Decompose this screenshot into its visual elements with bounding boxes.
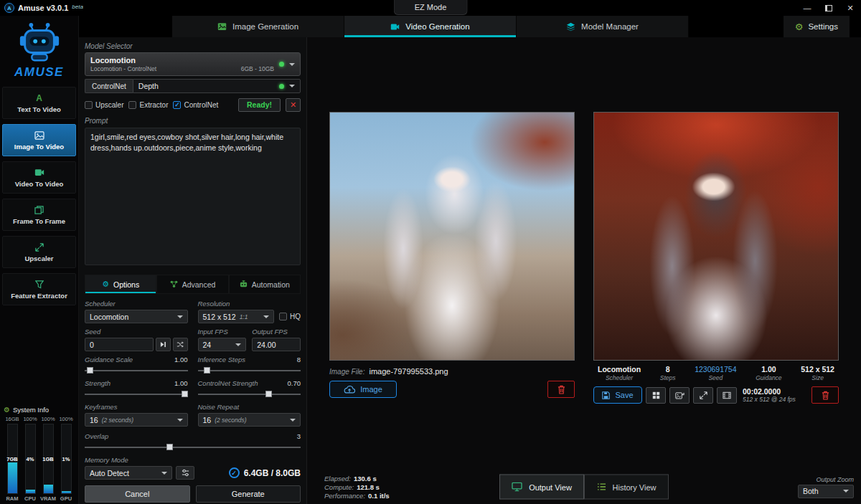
keyframes-dropdown[interactable]: 16 (2 seconds) <box>85 413 188 427</box>
sidebar-item-video-to-video[interactable]: Video To Video <box>2 161 76 194</box>
guidance-scale-slider[interactable] <box>85 366 188 375</box>
model-status-dot <box>279 62 284 67</box>
generation-info-row: Locomotion Scheduler 8 Steps 1230691754 … <box>593 365 839 381</box>
strength-slider[interactable] <box>85 389 188 399</box>
cancel-button[interactable]: Cancel <box>85 485 190 503</box>
image-file-label: Image File: <box>329 368 364 376</box>
controlnet-label: ControlNet <box>85 79 133 93</box>
extractor-checkbox[interactable]: Extractor <box>128 101 168 109</box>
output-zoom-dropdown[interactable]: Both <box>798 485 854 498</box>
unload-model-button[interactable]: ✕ <box>286 98 301 112</box>
seed-input[interactable]: 0 <box>85 338 154 351</box>
settings-button[interactable]: ⚙ Settings <box>784 16 850 37</box>
inference-steps-slider[interactable] <box>198 366 301 375</box>
memory-mode-dropdown[interactable]: Auto Detect <box>85 466 172 480</box>
sidebar: AMUSE A Text To Video Image To Video <box>0 16 79 504</box>
resize-button[interactable] <box>693 387 713 404</box>
slider-handle[interactable] <box>87 367 93 374</box>
ez-mode-button[interactable]: EZ Mode <box>394 0 468 15</box>
chevron-down-icon <box>263 315 269 318</box>
controlnet-strength-slider[interactable] <box>198 389 301 399</box>
gear-icon: ⚙ <box>4 406 10 414</box>
guidance-scale-label: Guidance Scale <box>85 356 133 363</box>
overlap-slider[interactable] <box>85 442 301 452</box>
seed-increment-button[interactable] <box>156 338 171 351</box>
history-view-button[interactable]: History View <box>584 475 669 500</box>
system-info: ⚙ System Info 16GB 7GB RAM 100% 4% CPU <box>0 403 78 504</box>
ready-status-button[interactable]: Ready! <box>238 98 281 112</box>
controlnet-status-dot <box>279 84 284 89</box>
main-tabbar: Image Generation Video Generation Model … <box>79 16 861 37</box>
info-steps: 8 Steps <box>660 365 676 381</box>
amuse-logo: AMUSE <box>0 16 78 80</box>
slider-handle[interactable] <box>204 367 210 374</box>
tab-options[interactable]: ⚙ Options <box>85 275 156 294</box>
resolution-label: Resolution <box>198 300 230 308</box>
select-image-button[interactable]: Image <box>329 381 397 398</box>
controlnet-checkbox[interactable]: ✓ ControlNet <box>173 101 218 109</box>
sidebar-item-text-to-video[interactable]: A Text To Video <box>2 87 76 119</box>
minimize-button[interactable]: — <box>796 0 818 16</box>
tab-video-generation[interactable]: Video Generation <box>344 16 517 37</box>
seed-label: Seed <box>85 328 100 336</box>
app-logo-icon: A <box>4 3 14 13</box>
input-fps-dropdown[interactable]: 24 <box>198 338 247 351</box>
model-selector-dropdown[interactable]: Locomotion Locomotion - ControlNet 6GB -… <box>85 52 301 76</box>
prompt-label: Prompt <box>85 117 301 125</box>
frames-export-button[interactable] <box>717 387 737 404</box>
scheduler-dropdown[interactable]: Locomotion <box>85 310 188 323</box>
prompt-input[interactable]: 1girl,smile,red eyes,cowboy shot,silver … <box>85 128 301 265</box>
save-button[interactable]: Save <box>593 386 642 404</box>
sidebar-item-upscaler[interactable]: Upscaler <box>2 236 76 268</box>
maximize-button[interactable] <box>818 0 839 16</box>
output-fps-input[interactable]: 24.00 <box>252 338 301 351</box>
sidebar-nav: A Text To Video Image To Video Video To … <box>0 87 78 305</box>
slider-handle[interactable] <box>265 391 272 397</box>
sidebar-item-feature-extractor[interactable]: Feature Extractor <box>2 273 76 305</box>
noise-repeat-dropdown[interactable]: 16 (2 seconds) <box>198 413 301 427</box>
statusbar: Elapsed:130.6 s Compute:121.8 s Performa… <box>307 470 861 504</box>
controlnet-strength-value: 0.70 <box>288 379 301 387</box>
memory-settings-button[interactable] <box>176 466 194 480</box>
image-file-name: image-797995533.png <box>369 367 448 376</box>
tab-image-generation[interactable]: Image Generation <box>172 16 344 37</box>
sidebar-item-frame-to-frame[interactable]: Frame To Frame <box>2 199 76 231</box>
titlebar: A Amuse v3.0.1 beta EZ Mode — ✕ <box>0 0 861 16</box>
export-image-button[interactable] <box>669 387 690 404</box>
delete-input-button[interactable] <box>547 381 575 398</box>
controlnet-type-dropdown[interactable]: Depth <box>133 79 301 93</box>
resolution-dropdown[interactable]: 512 x 512 1:1 <box>198 310 275 323</box>
film-icon <box>723 391 731 399</box>
logo-wordmark: AMUSE <box>14 65 64 80</box>
close-button[interactable]: ✕ <box>839 0 861 16</box>
upscaler-checkbox[interactable]: Upscaler <box>85 101 123 109</box>
generation-control-panel: Model Selector Locomotion Locomotion - C… <box>79 37 307 504</box>
info-scheduler: Locomotion Scheduler <box>598 365 641 381</box>
scheduler-label: Scheduler <box>85 300 116 308</box>
grid-view-button[interactable] <box>646 387 666 404</box>
generate-button[interactable]: Generate <box>196 485 301 503</box>
seed-random-button[interactable] <box>173 338 188 351</box>
chevron-down-icon <box>289 85 295 87</box>
shuffle-icon <box>177 341 184 348</box>
output-view-button[interactable]: Output View <box>499 475 584 500</box>
output-zoom-control: Output Zoom Both <box>798 476 854 498</box>
tab-automation[interactable]: Automation <box>229 275 301 294</box>
model-selector-label: Model Selector <box>85 42 301 50</box>
keyframes-label: Keyframes <box>85 403 117 411</box>
image-export-icon <box>675 391 684 399</box>
tab-advanced[interactable]: Advanced <box>156 275 228 294</box>
slider-handle[interactable] <box>182 391 188 397</box>
slider-handle[interactable] <box>166 444 173 450</box>
input-image-card: Image File: image-797995533.png Image <box>329 112 575 470</box>
delete-output-button[interactable] <box>811 386 839 404</box>
chevron-down-icon <box>290 419 296 422</box>
hq-checkbox[interactable]: HQ <box>279 313 301 320</box>
skip-icon <box>160 341 166 348</box>
model-manager-icon <box>566 22 575 32</box>
view-switcher: Output View History View <box>499 475 669 500</box>
input-fps-label: Input FPS <box>198 328 228 336</box>
sidebar-item-image-to-video[interactable]: Image To Video <box>2 124 76 156</box>
tab-model-manager[interactable]: Model Manager <box>517 16 689 37</box>
upscale-icon <box>35 242 44 252</box>
